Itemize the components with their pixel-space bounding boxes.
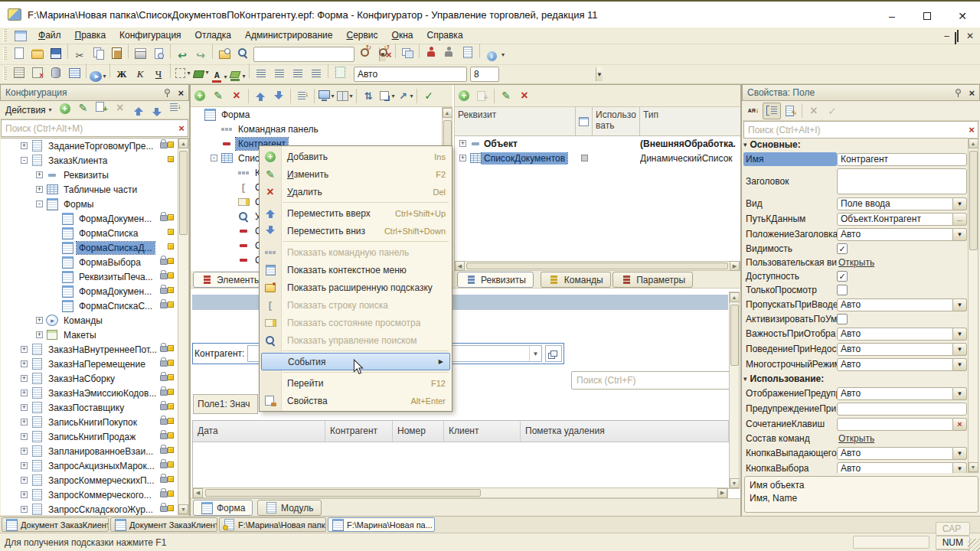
info-button[interactable]: [482, 48, 501, 65]
expander-plus[interactable]: +: [21, 390, 28, 396]
print-preview-button[interactable]: [149, 45, 168, 62]
open-button[interactable]: [28, 45, 47, 62]
scroll-up-arrow[interactable]: ▲: [443, 108, 452, 118]
dropdown-caret-icon[interactable]: ▼: [529, 346, 541, 361]
config-grid-button[interactable]: [10, 64, 28, 81]
db-table-button[interactable]: [65, 65, 83, 82]
tree-item-label[interactable]: ЗапланированноеВзаи...: [46, 445, 155, 458]
scroll-left-arrow[interactable]: ◀: [455, 261, 465, 271]
windows-button[interactable]: [398, 44, 416, 60]
expander-plus[interactable]: +: [21, 419, 28, 425]
tree-item-label[interactable]: ЗаказНаВнутреннееПот...: [46, 344, 159, 356]
edit-button[interactable]: [497, 87, 515, 104]
value-box[interactable]: [837, 418, 953, 431]
edit-button[interactable]: [74, 99, 93, 116]
db-storage-button[interactable]: [47, 64, 65, 81]
checkbox[interactable]: [837, 314, 848, 324]
property-label[interactable]: ПоложениеЗаголовка: [743, 227, 837, 241]
redo-button[interactable]: [191, 47, 210, 64]
scroll-up-arrow[interactable]: ▲: [969, 139, 978, 148]
categories-button[interactable]: [763, 103, 781, 119]
menu-item-Удалить[interactable]: УдалитьDel: [260, 183, 452, 201]
tree-item-label[interactable]: ЗаписьКнигиПродаж: [46, 431, 138, 443]
move-down-button[interactable]: [148, 105, 166, 122]
tree-item-label[interactable]: Командная панель: [236, 123, 321, 135]
expander-plus[interactable]: +: [21, 506, 28, 513]
run-button[interactable]: ▾: [89, 68, 107, 85]
add-copy-button[interactable]: [473, 87, 492, 104]
tree-item-label[interactable]: ЗаданиеТорговомуПре...: [46, 140, 155, 152]
tree-item-label[interactable]: Формы: [61, 198, 96, 210]
preview-hscrollbar[interactable]: ◀ ▶: [192, 487, 728, 498]
scroll-thumb[interactable]: [466, 262, 728, 269]
cut-button[interactable]: [70, 47, 89, 64]
tree-item-label[interactable]: РеквизитыПеча...: [77, 271, 155, 283]
align-justify-button[interactable]: [307, 65, 325, 82]
menu-item-Переместить вверх[interactable]: Переместить вверхCtrl+Shift+Up: [260, 204, 452, 222]
expander-plus[interactable]: +: [21, 491, 28, 498]
dropdown-button[interactable]: ▼: [953, 197, 967, 210]
clear-config-search-button[interactable]: ×: [175, 122, 188, 134]
expander-plus[interactable]: +: [21, 142, 28, 149]
props-search-input[interactable]: [744, 125, 965, 135]
template-button[interactable]: [459, 44, 477, 61]
tree-item-label[interactable]: Команды: [61, 315, 105, 327]
align-center-button[interactable]: [270, 65, 289, 82]
panes-button[interactable]: ▾: [335, 87, 354, 104]
expander-minus[interactable]: -: [211, 155, 217, 161]
expander-plus[interactable]: +: [21, 433, 28, 440]
undo-button[interactable]: [173, 47, 191, 64]
tree-item-label[interactable]: ФормаВыбора: [77, 256, 143, 269]
tree-item-label[interactable]: ЗаказНаПеремещение: [46, 358, 148, 370]
expander-plus[interactable]: +: [36, 331, 43, 338]
scroll-up-arrow[interactable]: ▲: [730, 292, 740, 302]
property-label[interactable]: ОтображениеПредупр: [743, 386, 837, 400]
dropdown-button[interactable]: ▼: [953, 447, 967, 460]
bold-button[interactable]: Ж: [113, 66, 131, 83]
property-label[interactable]: ПропускатьПриВводе: [743, 298, 837, 311]
menu-item-Конфигурация[interactable]: Конфигурация: [113, 28, 188, 44]
expander-plus[interactable]: +: [21, 404, 28, 411]
property-label[interactable]: ТолькоПросмотр: [743, 283, 837, 297]
property-label[interactable]: ПредупреждениеПри: [743, 402, 837, 416]
dropdown-button[interactable]: ▼: [953, 462, 967, 474]
property-label[interactable]: КнопкаВыпадающего: [743, 446, 837, 460]
pin-icon[interactable]: [952, 86, 964, 99]
tree-item-label[interactable]: ФормаДокумен...: [77, 213, 154, 225]
copy-button[interactable]: [89, 44, 107, 61]
actions-menu-button[interactable]: Действия ▾: [2, 103, 56, 117]
expander-plus[interactable]: +: [21, 448, 28, 455]
font-combo[interactable]: ...: [354, 67, 467, 82]
quick-search-combo[interactable]: ▼ ×: [253, 47, 354, 62]
toolbar-overflow-icon[interactable]: ▾: [501, 51, 505, 58]
tab-Реквизиты[interactable]: Реквизиты: [457, 272, 534, 288]
config-tree-scrollbar[interactable]: ▲ ▼: [178, 138, 189, 515]
property-label[interactable]: МногострочныйРежим: [743, 357, 837, 371]
new-button[interactable]: [10, 45, 28, 62]
tree-item-label[interactable]: ЗаказКлиента: [46, 155, 110, 167]
close-panel-button[interactable]: ×: [178, 87, 184, 99]
tree-item-label[interactable]: ФормаСписка: [77, 227, 140, 240]
dropdown-button[interactable]: ▼: [953, 343, 967, 356]
font-size-input[interactable]: [471, 69, 596, 80]
property-label[interactable]: ПутьКДанным: [743, 212, 837, 226]
preview-vscrollbar[interactable]: ▲ ▼: [729, 292, 740, 489]
taskbar-tab[interactable]: F:\Марина\Новая папка\Сп...: [219, 517, 326, 532]
add-button[interactable]: [56, 100, 74, 117]
align-left-button[interactable]: [252, 65, 270, 82]
value-box[interactable]: [837, 168, 967, 194]
expander-plus[interactable]: +: [21, 360, 28, 367]
clear-props-search-button[interactable]: ×: [965, 124, 978, 135]
scroll-right-arrow[interactable]: ▶: [717, 488, 727, 498]
scroll-right-arrow[interactable]: ▶: [730, 261, 740, 271]
mdi-close-button[interactable]: ✕: [966, 31, 974, 41]
tree-item-label[interactable]: ЗапросКоммерческого...: [46, 489, 154, 501]
menu-item-Справка[interactable]: Справка: [420, 28, 469, 44]
menu-item-Показать строку поиска[interactable]: Показать строку поиска: [260, 296, 452, 314]
scroll-thumb[interactable]: [205, 489, 481, 497]
font-input[interactable]: [354, 69, 479, 80]
use-checkbox[interactable]: [581, 155, 588, 161]
special-button[interactable]: [331, 64, 349, 80]
preview-search-box[interactable]: [571, 371, 730, 390]
print-button[interactable]: [131, 45, 149, 62]
